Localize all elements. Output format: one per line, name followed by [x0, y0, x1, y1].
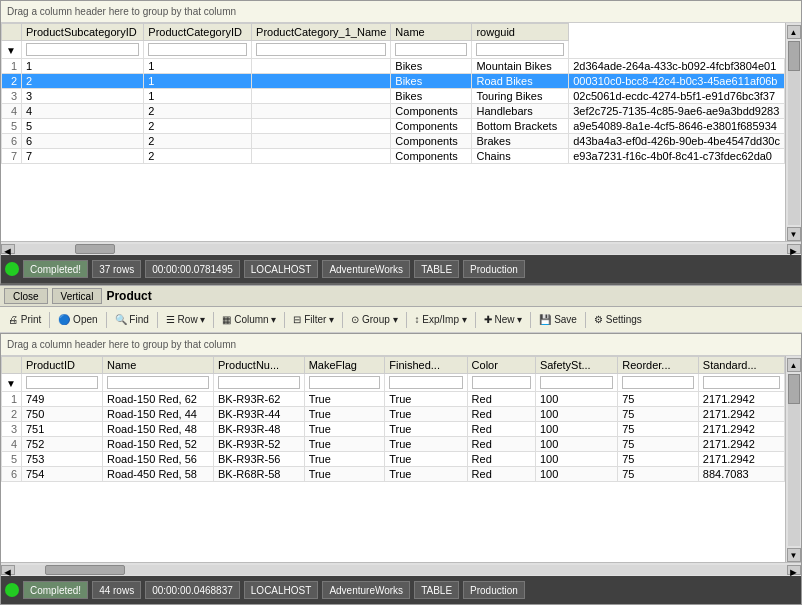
bottom-scroll-track[interactable]: [788, 374, 800, 546]
table-cell[interactable]: True: [304, 467, 385, 482]
table-cell[interactable]: 1: [144, 89, 252, 104]
table-row[interactable]: 221BikesRoad Bikes000310c0-bcc8-42c4-b0c…: [2, 74, 785, 89]
table-cell[interactable]: 884.7083: [698, 467, 784, 482]
table-cell[interactable]: Components: [391, 149, 472, 164]
table-cell[interactable]: Road-450 Red, 58: [103, 467, 214, 482]
table-cell[interactable]: 2171.2942: [698, 422, 784, 437]
table-cell[interactable]: Touring Bikes: [472, 89, 569, 104]
table-cell[interactable]: BK-R93R-52: [214, 437, 305, 452]
filter-catid[interactable]: [148, 43, 247, 56]
table-cell[interactable]: Mountain Bikes: [472, 59, 569, 74]
table-cell[interactable]: True: [385, 392, 467, 407]
table-cell[interactable]: 100: [535, 407, 617, 422]
table-cell[interactable]: e93a7231-f16c-4b0f-8c41-c73fdec62da0: [569, 149, 785, 164]
top-hscroll-left[interactable]: ◄: [1, 244, 15, 254]
bottom-scroll-thumb[interactable]: [788, 374, 800, 404]
table-cell[interactable]: [252, 89, 391, 104]
table-cell[interactable]: 3ef2c725-7135-4c85-9ae6-ae9a3bdd9283: [569, 104, 785, 119]
table-row[interactable]: 552ComponentsBottom Bracketsa9e54089-8a1…: [2, 119, 785, 134]
table-row[interactable]: 442ComponentsHandlebars3ef2c725-7135-4c8…: [2, 104, 785, 119]
table-row[interactable]: 1749Road-150 Red, 62BK-R93R-62TrueTrueRe…: [2, 392, 785, 407]
bfilter-finished[interactable]: [389, 376, 462, 389]
bfilter-color[interactable]: [472, 376, 531, 389]
table-cell[interactable]: Bikes: [391, 59, 472, 74]
table-cell[interactable]: 2: [144, 134, 252, 149]
bfilter-standard[interactable]: [703, 376, 780, 389]
bottom-hscroll-thumb[interactable]: [45, 565, 125, 575]
table-cell[interactable]: 2171.2942: [698, 392, 784, 407]
table-cell[interactable]: Red: [467, 452, 535, 467]
table-cell[interactable]: 750: [22, 407, 103, 422]
bcol-productid[interactable]: ProductID: [22, 357, 103, 374]
table-cell[interactable]: Red: [467, 392, 535, 407]
col-rowguid[interactable]: rowguid: [472, 24, 569, 41]
bottom-hscroll-left[interactable]: ◄: [1, 565, 15, 575]
bcol-reorder[interactable]: Reorder...: [618, 357, 699, 374]
col-subcatid[interactable]: ProductSubcategoryID: [22, 24, 144, 41]
table-row[interactable]: 5753Road-150 Red, 56BK-R93R-56TrueTrueRe…: [2, 452, 785, 467]
table-row[interactable]: 4752Road-150 Red, 52BK-R93R-52TrueTrueRe…: [2, 437, 785, 452]
table-cell[interactable]: 100: [535, 392, 617, 407]
table-cell[interactable]: 2171.2942: [698, 452, 784, 467]
table-row[interactable]: 2750Road-150 Red, 44BK-R93R-44TrueTrueRe…: [2, 407, 785, 422]
table-cell[interactable]: True: [385, 452, 467, 467]
table-cell[interactable]: 2: [22, 74, 144, 89]
filter-button[interactable]: ⊟ Filter ▾: [289, 313, 338, 326]
table-cell[interactable]: 75: [618, 407, 699, 422]
table-cell[interactable]: Road Bikes: [472, 74, 569, 89]
bottom-scroll-up[interactable]: ▲: [787, 358, 801, 372]
bfilter-makeflag[interactable]: [309, 376, 381, 389]
bcol-safety[interactable]: SafetySt...: [535, 357, 617, 374]
filter-subcatid[interactable]: [26, 43, 139, 56]
table-cell[interactable]: 2: [144, 119, 252, 134]
table-cell[interactable]: True: [304, 392, 385, 407]
table-cell[interactable]: 000310c0-bcc8-42c4-b0c3-45ae611af06b: [569, 74, 785, 89]
top-scroll-track[interactable]: [788, 41, 800, 225]
table-cell[interactable]: Red: [467, 467, 535, 482]
table-cell[interactable]: 749: [22, 392, 103, 407]
table-cell[interactable]: 2171.2942: [698, 407, 784, 422]
table-row[interactable]: 111BikesMountain Bikes2d364ade-264a-433c…: [2, 59, 785, 74]
filter-rowguid[interactable]: [476, 43, 564, 56]
open-button[interactable]: 🔵 Open: [54, 313, 101, 326]
table-cell[interactable]: Bikes: [391, 89, 472, 104]
table-cell[interactable]: [252, 149, 391, 164]
bcol-name[interactable]: Name: [103, 357, 214, 374]
table-row[interactable]: 6754Road-450 Red, 58BK-R68R-58TrueTrueRe…: [2, 467, 785, 482]
table-cell[interactable]: Bikes: [391, 74, 472, 89]
table-cell[interactable]: True: [385, 422, 467, 437]
table-cell[interactable]: 75: [618, 422, 699, 437]
table-row[interactable]: 662ComponentsBrakesd43ba4a3-ef0d-426b-90…: [2, 134, 785, 149]
top-scroll-up[interactable]: ▲: [787, 25, 801, 39]
table-cell[interactable]: 2d364ade-264a-433c-b092-4fcbf3804e01: [569, 59, 785, 74]
table-cell[interactable]: 5: [22, 119, 144, 134]
bottom-vscroll[interactable]: ▲ ▼: [785, 356, 801, 562]
table-cell[interactable]: 2171.2942: [698, 437, 784, 452]
table-cell[interactable]: Road-150 Red, 44: [103, 407, 214, 422]
table-cell[interactable]: True: [385, 467, 467, 482]
table-cell[interactable]: Road-150 Red, 56: [103, 452, 214, 467]
bfilter-name[interactable]: [107, 376, 209, 389]
table-cell[interactable]: [252, 134, 391, 149]
bcol-color[interactable]: Color: [467, 357, 535, 374]
table-cell[interactable]: BK-R93R-56: [214, 452, 305, 467]
table-row[interactable]: 3751Road-150 Red, 48BK-R93R-48TrueTrueRe…: [2, 422, 785, 437]
find-button[interactable]: 🔍 Find: [111, 313, 153, 326]
table-cell[interactable]: 2: [144, 149, 252, 164]
table-cell[interactable]: 3: [22, 89, 144, 104]
vertical-button[interactable]: Vertical: [52, 288, 103, 304]
table-cell[interactable]: 752: [22, 437, 103, 452]
bcol-productnum[interactable]: ProductNu...: [214, 357, 305, 374]
table-cell[interactable]: Road-150 Red, 62: [103, 392, 214, 407]
table-cell[interactable]: True: [385, 407, 467, 422]
table-cell[interactable]: Chains: [472, 149, 569, 164]
table-cell[interactable]: d43ba4a3-ef0d-426b-90eb-4be4547dd30c: [569, 134, 785, 149]
table-cell[interactable]: True: [385, 437, 467, 452]
table-cell[interactable]: 02c5061d-ecdc-4274-b5f1-e91d76bc3f37: [569, 89, 785, 104]
table-cell[interactable]: Red: [467, 437, 535, 452]
table-cell[interactable]: Red: [467, 407, 535, 422]
table-cell[interactable]: Road-150 Red, 48: [103, 422, 214, 437]
table-cell[interactable]: Components: [391, 134, 472, 149]
table-cell[interactable]: BK-R93R-44: [214, 407, 305, 422]
table-row[interactable]: 331BikesTouring Bikes02c5061d-ecdc-4274-…: [2, 89, 785, 104]
